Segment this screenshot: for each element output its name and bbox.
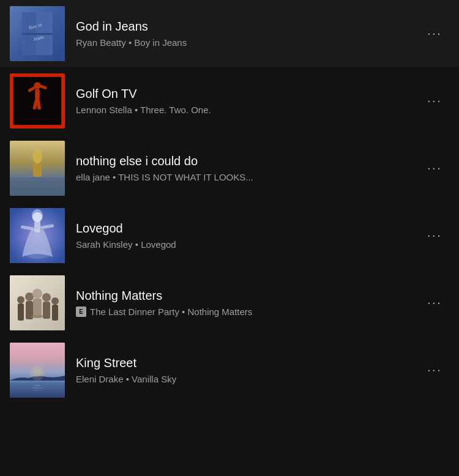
- svg-point-31: [25, 292, 34, 301]
- svg-point-33: [32, 289, 42, 299]
- track-info-lovegod: Lovegod Sarah Kinsley • Lovegod: [65, 221, 420, 250]
- track-title: King Street: [76, 356, 420, 370]
- track-item-nothing-matters[interactable]: Nothing Matters EThe Last Dinner Party •…: [0, 269, 459, 337]
- svg-rect-17: [10, 177, 65, 196]
- track-subtitle: ella jane • THIS IS NOT WHAT IT LOOKS...: [76, 172, 420, 182]
- svg-rect-39: [31, 315, 43, 318]
- track-subtitle: Lennon Stella • Three. Two. One.: [76, 105, 420, 115]
- svg-point-35: [42, 293, 51, 302]
- album-art-nothing-matters: [10, 275, 65, 330]
- svg-point-37: [51, 297, 59, 305]
- track-item-lovegod[interactable]: Lovegod Sarah Kinsley • Lovegod ···: [0, 202, 459, 269]
- svg-rect-11: [35, 89, 39, 99]
- track-subtitle: Ryan Beatty • Boy in Jeans: [76, 37, 420, 48]
- track-title: nothing else i could do: [76, 154, 420, 168]
- svg-point-20: [32, 149, 42, 163]
- more-options-button[interactable]: ···: [420, 88, 449, 114]
- album-art-lovegod: [10, 208, 65, 263]
- track-subtitle: EThe Last Dinner Party • Nothing Matters: [76, 307, 420, 317]
- svg-rect-41: [10, 382, 65, 398]
- more-options-button[interactable]: ···: [420, 290, 449, 316]
- track-info-god-in-jeans: God in Jeans Ryan Beatty • Boy in Jeans: [65, 20, 420, 48]
- svg-rect-36: [43, 302, 50, 319]
- track-subtitle: Sarah Kinsley • Lovegod: [76, 239, 420, 250]
- track-title: God in Jeans: [76, 20, 420, 34]
- album-art-king-street: [10, 343, 65, 398]
- track-list: Boy in Jeans God in Jeans Ryan Beatty • …: [0, 0, 459, 404]
- svg-rect-38: [52, 305, 58, 321]
- track-title: Golf On TV: [76, 87, 420, 101]
- track-item-king-street[interactable]: King Street Eleni Drake • Vanilla Sky ··…: [0, 337, 459, 404]
- svg-point-29: [17, 296, 24, 303]
- more-options-button[interactable]: ···: [420, 223, 449, 248]
- more-options-button[interactable]: ···: [420, 155, 449, 181]
- track-title: Lovegod: [76, 221, 420, 236]
- svg-point-27: [32, 209, 43, 221]
- track-item-nothing-else-i-could-do[interactable]: nothing else i could do ella jane • THIS…: [0, 135, 459, 202]
- svg-point-43: [33, 369, 42, 377]
- album-art-golf-on-tv: [10, 73, 65, 128]
- track-info-golf-on-tv: Golf On TV Lennon Stella • Three. Two. O…: [65, 87, 420, 115]
- svg-rect-3: [22, 33, 53, 35]
- track-item-god-in-jeans[interactable]: Boy in Jeans God in Jeans Ryan Beatty • …: [0, 0, 459, 67]
- track-info-nothing-matters: Nothing Matters EThe Last Dinner Party •…: [65, 289, 420, 317]
- more-options-button[interactable]: ···: [420, 21, 449, 46]
- album-art-god-in-jeans: Boy in Jeans: [10, 6, 65, 61]
- more-options-button[interactable]: ···: [420, 357, 449, 383]
- track-info-nothing-else-i-could-do: nothing else i could do ella jane • THIS…: [65, 154, 420, 182]
- svg-rect-30: [18, 303, 24, 321]
- track-subtitle: Eleni Drake • Vanilla Sky: [76, 374, 420, 384]
- track-title: Nothing Matters: [76, 289, 420, 303]
- svg-rect-19: [33, 163, 42, 177]
- explicit-badge: E: [76, 307, 86, 317]
- album-art-nothing-else-i-could-do: [10, 141, 65, 196]
- track-item-golf-on-tv[interactable]: Golf On TV Lennon Stella • Three. Two. O…: [0, 67, 459, 135]
- track-info-king-street: King Street Eleni Drake • Vanilla Sky: [65, 356, 420, 384]
